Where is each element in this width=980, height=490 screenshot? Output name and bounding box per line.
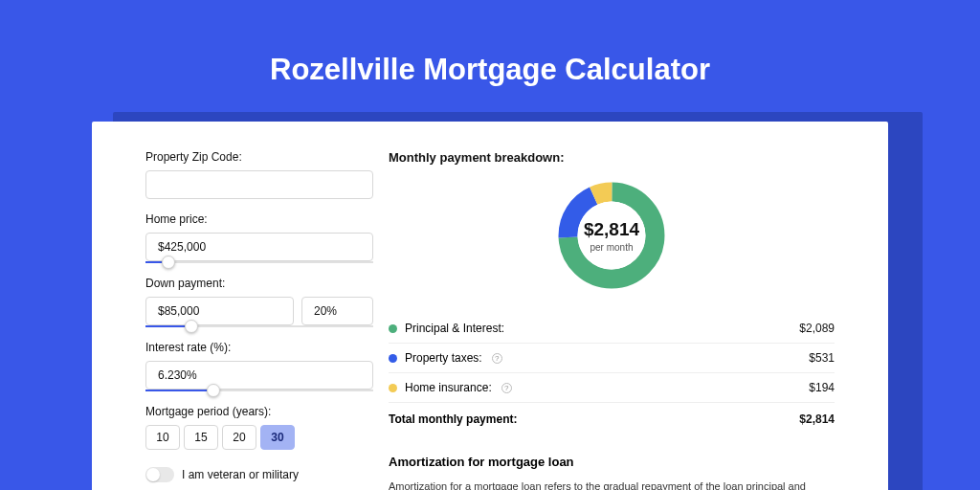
down-payment-slider[interactable] xyxy=(145,325,373,327)
period-option-10[interactable]: 10 xyxy=(145,425,180,450)
interest-input[interactable] xyxy=(145,361,373,390)
payment-donut-chart: $2,814 per month xyxy=(554,178,669,293)
donut-amount: $2,814 xyxy=(584,219,639,240)
amortization-text: Amortization for a mortgage loan refers … xyxy=(389,479,835,490)
legend-label: Home insurance: xyxy=(405,381,492,394)
legend-label: Property taxes: xyxy=(405,351,482,365)
legend-value: $2,089 xyxy=(799,322,835,335)
info-icon[interactable]: ? xyxy=(501,383,512,393)
total-value: $2,814 xyxy=(799,412,835,426)
period-options: 10 15 20 30 xyxy=(145,425,379,450)
legend-taxes: Property taxes: ? $531 xyxy=(389,344,835,373)
period-option-20[interactable]: 20 xyxy=(222,425,256,450)
period-option-30[interactable]: 30 xyxy=(260,425,295,450)
total-label: Total monthly payment: xyxy=(389,412,517,426)
zip-label: Property Zip Code: xyxy=(145,150,379,164)
period-field: Mortgage period (years): 10 15 20 30 xyxy=(145,405,379,450)
calculator-card: Property Zip Code: Home price: Down paym… xyxy=(92,122,888,490)
down-payment-field: Down payment: xyxy=(145,277,379,327)
slider-thumb[interactable] xyxy=(162,256,175,269)
down-payment-amount-input[interactable] xyxy=(145,297,294,325)
home-price-slider[interactable] xyxy=(145,261,373,263)
dot-icon xyxy=(389,354,397,363)
legend-principal: Principal & Interest: $2,089 xyxy=(389,314,835,344)
legend-value: $531 xyxy=(809,351,835,365)
slider-fill xyxy=(145,390,213,391)
zip-field: Property Zip Code: xyxy=(145,150,379,199)
down-payment-pct-input[interactable] xyxy=(301,297,373,325)
slider-thumb[interactable] xyxy=(207,384,220,397)
donut-center: $2,814 per month xyxy=(554,178,669,293)
info-icon[interactable]: ? xyxy=(492,353,502,364)
zip-input[interactable] xyxy=(145,170,373,199)
toggle-knob xyxy=(146,468,160,481)
legend-label: Principal & Interest: xyxy=(405,322,504,335)
interest-label: Interest rate (%): xyxy=(145,341,379,354)
home-price-input[interactable] xyxy=(145,233,373,261)
down-payment-label: Down payment: xyxy=(145,277,379,290)
donut-sub: per month xyxy=(590,242,633,253)
home-price-field: Home price: xyxy=(145,212,379,263)
veteran-label: I am veteran or military xyxy=(182,468,299,481)
veteran-toggle[interactable] xyxy=(145,467,174,482)
home-price-label: Home price: xyxy=(145,212,379,226)
slider-thumb[interactable] xyxy=(185,320,198,333)
page-title: Rozellville Mortgage Calculator xyxy=(0,0,980,108)
form-column: Property Zip Code: Home price: Down paym… xyxy=(92,122,379,490)
breakdown-column: Monthly payment breakdown: $2,814 per mo… xyxy=(379,122,888,490)
period-option-15[interactable]: 15 xyxy=(184,425,218,450)
donut-wrap: $2,814 per month xyxy=(389,178,835,293)
legend-total: Total monthly payment: $2,814 xyxy=(389,403,835,434)
interest-field: Interest rate (%): xyxy=(145,341,379,391)
dot-icon xyxy=(389,384,397,392)
period-label: Mortgage period (years): xyxy=(145,405,379,418)
dot-icon xyxy=(389,324,397,333)
veteran-row: I am veteran or military xyxy=(145,467,379,482)
amortization-title: Amortization for mortgage loan xyxy=(389,455,835,469)
legend-value: $194 xyxy=(809,381,835,394)
legend-insurance: Home insurance: ? $194 xyxy=(389,373,835,403)
breakdown-title: Monthly payment breakdown: xyxy=(389,150,835,165)
interest-slider[interactable] xyxy=(145,390,373,391)
